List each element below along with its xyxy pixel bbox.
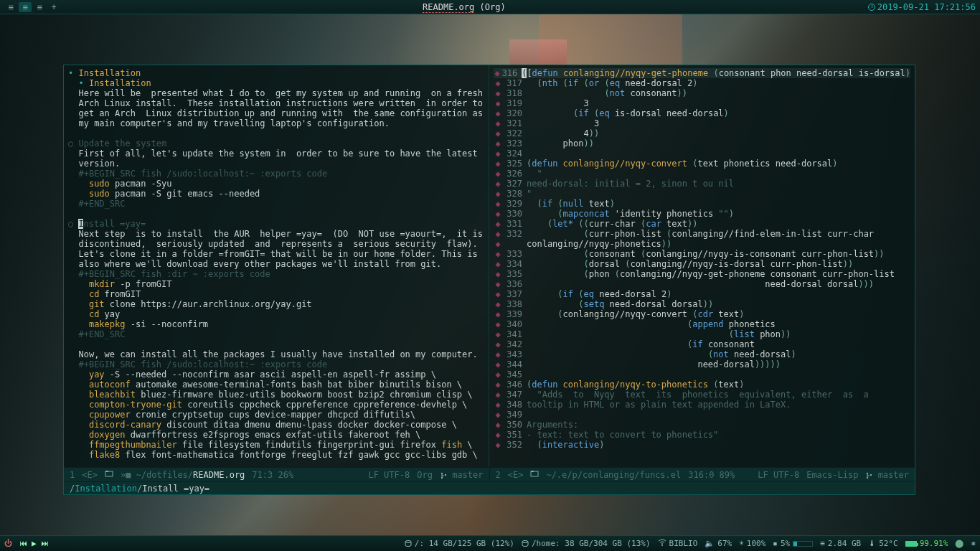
breadcrumb-sep: / [70,484,75,494]
wm-layout-buttons: ≡ ≡ ≡ + [4,2,60,12]
wm-layout-1[interactable]: ≡ [4,2,17,12]
battery-icon [905,541,917,547]
discord-icon[interactable]: ⬤ [955,539,963,548]
mr-encoding: LF UTF-8 [758,470,799,480]
clock-icon [868,4,875,11]
location-icon[interactable]: ⎈ [971,539,976,548]
window-title: README.org (Org) [60,2,868,12]
ml-major-mode: Org [417,470,433,480]
svg-point-10 [405,540,411,542]
ram-text: 2.84 GB [828,539,861,548]
brightness-text: 100% [747,539,766,548]
wm-layout-2-active[interactable]: ≡ [19,2,32,12]
wifi-icon [658,539,666,548]
cpu-graph-icon [793,541,813,547]
clock: 2019-09-21 17:21:56 [868,2,976,12]
svg-point-3 [441,476,443,478]
ml-path: »■ ~/dotfiles/README.org [121,470,245,480]
ml-encoding: LF UTF-8 [368,470,410,480]
disk-root-text: /: 14 GB/125 GB (12%) [415,539,514,548]
emacs-frame: • Installation • Installation Here will … [63,65,915,495]
ml-git-branch: master [440,470,484,480]
left-pane-org[interactable]: • Installation • Installation Here will … [64,65,489,467]
wm-add-button[interactable]: + [47,2,60,12]
brightness[interactable]: ☀ 100% [739,539,765,548]
mr-evil-state: <E> [508,470,524,480]
modeline-right: 2 <E> ~/.e/p/conlanging/funcs.el 316:0 8… [489,467,915,481]
media-controls: ⏮ ▶ ⏭ [19,539,49,548]
media-play-icon[interactable]: ▶ [32,539,37,548]
svg-point-12 [661,545,663,546]
svg-rect-0 [105,471,113,476]
disk-icon [522,540,529,547]
battery: 99.91% [905,539,948,548]
svg-rect-5 [531,471,538,476]
title-mode: (Org) [480,2,506,12]
folder-icon [530,469,539,480]
wifi-text: BIBLIO [669,539,698,548]
media-prev-icon[interactable]: ⏮ [19,539,27,548]
svg-point-9 [870,474,872,475]
svg-point-11 [522,540,528,542]
volume-icon: 🔈 [705,539,715,548]
right-pane-elisp[interactable]: ◆316([defun conlanging//nyqy-get-phoneme… [489,65,915,467]
power-icon[interactable]: ⏻ [4,539,12,548]
mr-position: 316:0 89% [688,470,735,480]
svg-rect-6 [531,471,534,472]
title-filename: README.org [423,2,474,13]
ml-position: 71:3 26% [252,470,293,480]
ml-winnum: 1 [70,470,75,480]
breadcrumb-2: Install =yay= [142,484,209,494]
mr-git-branch: master [865,470,909,480]
wm-layout-3[interactable]: ≡ [33,2,46,12]
clock-text: 2019-09-21 17:21:56 [877,2,976,12]
disk-home-text: /home: 38 GB/304 GB (13%) [532,539,651,548]
svg-point-7 [867,472,868,474]
temperature: 🌡 52°C [868,539,898,548]
taskbar: ⏻ ⏮ ▶ ⏭ /: 14 GB/125 GB (12%) /home: 38 … [0,535,980,551]
mr-major-mode: Emacs-Lisp [806,470,858,480]
folder-icon [105,469,113,480]
disk-icon [405,540,412,547]
disk-home: /home: 38 GB/304 GB (13%) [522,539,651,548]
svg-point-2 [441,472,443,474]
modeline-left: 1 <E> »■ ~/dotfiles/README.org 71:3 26% … [64,467,489,481]
volume-text: 67% [717,539,732,548]
wifi[interactable]: BIBLIO [658,539,698,548]
disk-root: /: 14 GB/125 GB (12%) [405,539,514,548]
svg-point-8 [867,476,868,478]
mr-winnum: 2 [496,470,501,480]
cpu-icon: ▪ [773,539,778,548]
ram: ≡ 2.84 GB [820,539,861,548]
breadcrumb-bar: /Installation/Install =yay= [64,481,915,494]
svg-point-4 [445,474,446,475]
ml-evil-state: <E> [82,470,98,480]
svg-rect-1 [105,471,108,472]
volume[interactable]: 🔈 67% [705,539,732,548]
battery-text: 99.91% [920,539,948,548]
breadcrumb-1: Installation [75,484,137,494]
media-next-icon[interactable]: ⏭ [41,539,49,548]
temp-text: 52°C [879,539,898,548]
mr-path: ~/.e/p/conlanging/funcs.el [546,470,681,480]
split-panes: • Installation • Installation Here will … [64,65,915,467]
brightness-icon: ☀ [739,539,744,548]
cpu-text: 5% [781,539,790,548]
ram-icon: ≡ [820,539,825,548]
modeline-row: 1 <E> »■ ~/dotfiles/README.org 71:3 26% … [64,467,915,481]
thermometer-icon: 🌡 [868,539,876,548]
cpu: ▪ 5% [773,539,813,548]
window-titlebar: ≡ ≡ ≡ + README.org (Org) 2019-09-21 17:2… [0,0,980,14]
